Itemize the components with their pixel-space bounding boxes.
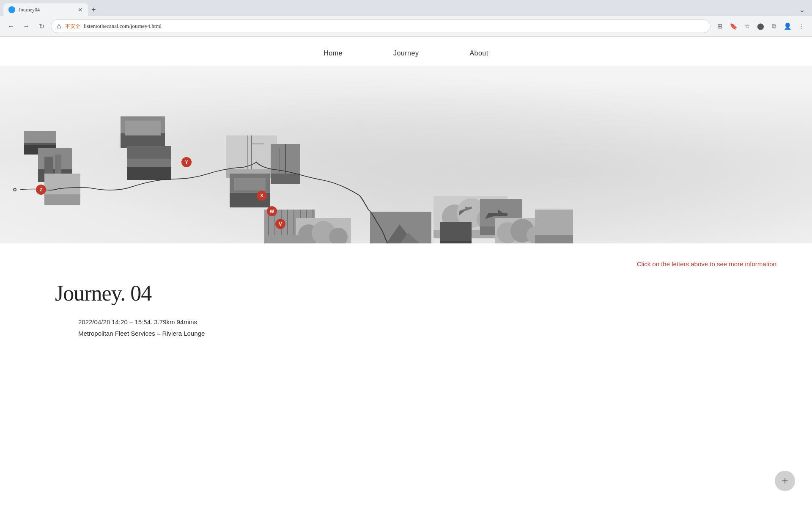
minimize-icon[interactable]: ⌄ <box>799 5 805 14</box>
nav-home[interactable]: Home <box>324 50 343 57</box>
browser-action-icons: ⊞ 🔖 ☆ ⬤ ⧉ 👤 ⋮ <box>714 20 807 32</box>
journey-metadata: 2022/04/28 14:20 – 15:54. 3.79km 94mins … <box>0 318 812 337</box>
waypoint-x[interactable]: X <box>257 190 267 201</box>
menu-icon[interactable]: ⋮ <box>795 20 807 32</box>
journey-datetime: 2022/04/28 14:20 – 15:54. 3.79km 94mins <box>78 318 812 326</box>
nav-about[interactable]: About <box>469 50 488 57</box>
address-bar[interactable]: ⚠ 不安全 listentothecanal.com/journey4.html <box>51 19 710 33</box>
translate-icon[interactable]: ⊞ <box>714 20 726 32</box>
website-content: Home Journey About <box>0 37 812 358</box>
main-nav: Home Journey About <box>0 37 812 66</box>
tab-title: Journey04 <box>19 7 40 13</box>
new-tab-button[interactable]: + <box>88 6 99 14</box>
browser-chrome: 🌐 Journey04 ✕ + ⌄ ← → ↻ ⚠ 不安全 listentoth… <box>0 0 812 37</box>
waypoint-v[interactable]: V <box>275 219 285 229</box>
security-warning: 不安全 <box>65 23 80 30</box>
tab-close-button[interactable]: ✕ <box>78 6 83 14</box>
warning-icon: ⚠ <box>56 23 62 30</box>
active-tab[interactable]: 🌐 Journey04 ✕ <box>3 3 88 16</box>
reload-button[interactable]: ↻ <box>36 20 47 32</box>
journey-route: Metropolitan Fleet Services – Riviera Lo… <box>78 330 812 337</box>
content-section: Click on the letters above to see more i… <box>0 243 812 358</box>
journey-path-svg <box>0 66 812 243</box>
route-start-dot <box>13 188 16 191</box>
waypoint-w[interactable]: W <box>267 206 277 216</box>
back-button[interactable]: ← <box>5 20 17 32</box>
waypoint-y[interactable]: Y <box>181 157 192 167</box>
bookmark-icon[interactable]: ☆ <box>741 20 753 32</box>
extension-icon[interactable]: ⧉ <box>768 20 780 32</box>
nav-journey[interactable]: Journey <box>393 50 419 57</box>
journey-map: Z Y X W V U T <box>0 66 812 243</box>
chrome-icon[interactable]: ⬤ <box>754 20 766 32</box>
tab-bar: 🌐 Journey04 ✕ + ⌄ <box>0 0 812 16</box>
profile-icon[interactable]: 👤 <box>782 20 793 32</box>
forward-button[interactable]: → <box>20 20 32 32</box>
click-hint-text: Click on the letters above to see more i… <box>637 260 778 268</box>
nav-bar: ← → ↻ ⚠ 不安全 listentothecanal.com/journey… <box>0 16 812 36</box>
waypoint-z[interactable]: Z <box>36 185 46 195</box>
journey-title: Journey. 04 <box>0 281 812 306</box>
tab-favicon-icon: 🌐 <box>8 6 15 13</box>
url-text: listentothecanal.com/journey4.html <box>84 23 705 30</box>
click-hint: Click on the letters above to see more i… <box>0 260 812 268</box>
save-icon[interactable]: 🔖 <box>727 20 739 32</box>
